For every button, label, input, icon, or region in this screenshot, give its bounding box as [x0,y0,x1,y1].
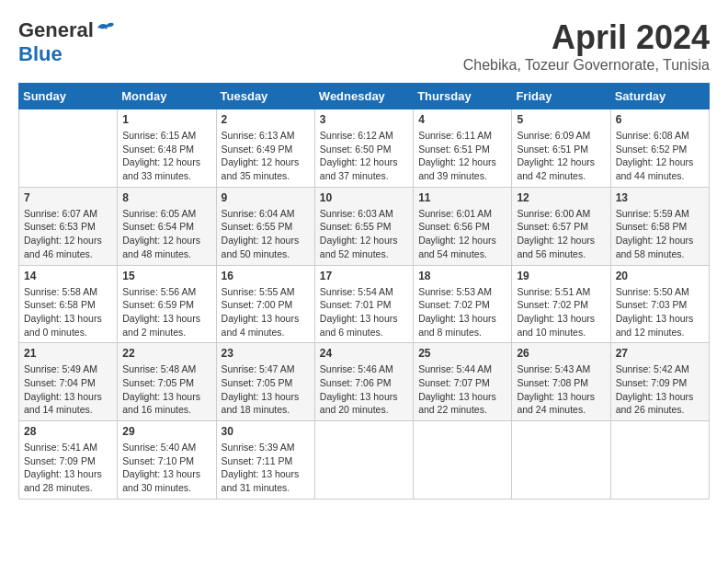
day-info: Sunrise: 6:07 AM Sunset: 6:53 PM Dayligh… [24,207,112,261]
day-number: 30 [222,425,310,438]
day-info: Sunrise: 5:43 AM Sunset: 7:08 PM Dayligh… [517,362,605,417]
calendar-cell: 2Sunrise: 6:13 AM Sunset: 6:49 PM Daylig… [216,109,314,188]
logo-bird-icon [96,20,116,37]
column-header-friday: Friday [512,84,610,109]
day-info: Sunrise: 5:55 AM Sunset: 7:00 PM Dayligh… [222,285,310,339]
calendar-table: SundayMondayTuesdayWednesdayThursdayFrid… [18,83,710,500]
logo-blue-text: Blue [18,42,63,66]
calendar-cell: 26Sunrise: 5:43 AM Sunset: 7:08 PM Dayli… [512,343,610,421]
calendar-cell [512,421,610,500]
day-number: 23 [222,347,310,360]
day-info: Sunrise: 5:56 AM Sunset: 6:59 PM Dayligh… [122,285,210,339]
calendar-week-4: 21Sunrise: 5:49 AM Sunset: 7:04 PM Dayli… [19,343,710,421]
day-number: 5 [517,113,605,126]
calendar-cell: 24Sunrise: 5:46 AM Sunset: 7:06 PM Dayli… [314,343,413,421]
day-info: Sunrise: 5:50 AM Sunset: 7:03 PM Dayligh… [616,285,704,339]
day-number: 19 [517,270,605,282]
day-info: Sunrise: 6:15 AM Sunset: 6:48 PM Dayligh… [122,129,210,183]
day-number: 12 [517,191,605,204]
column-header-wednesday: Wednesday [314,84,413,109]
day-info: Sunrise: 6:04 AM Sunset: 6:55 PM Dayligh… [222,207,310,261]
day-number: 21 [24,347,112,360]
column-header-saturday: Saturday [610,84,709,109]
day-info: Sunrise: 5:54 AM Sunset: 7:01 PM Dayligh… [320,285,408,339]
calendar-cell: 6Sunrise: 6:08 AM Sunset: 6:52 PM Daylig… [610,109,709,188]
calendar-cell: 20Sunrise: 5:50 AM Sunset: 7:03 PM Dayli… [610,265,709,343]
day-number: 16 [222,270,310,282]
day-info: Sunrise: 5:44 AM Sunset: 7:07 PM Dayligh… [418,362,506,417]
day-number: 15 [122,270,210,282]
calendar-cell: 8Sunrise: 6:05 AM Sunset: 6:54 PM Daylig… [118,187,216,265]
day-info: Sunrise: 6:09 AM Sunset: 6:51 PM Dayligh… [517,129,605,183]
day-info: Sunrise: 6:01 AM Sunset: 6:56 PM Dayligh… [418,207,506,261]
calendar-cell: 15Sunrise: 5:56 AM Sunset: 6:59 PM Dayli… [118,265,216,343]
calendar-cell [314,421,413,500]
day-number: 25 [418,347,506,360]
day-info: Sunrise: 5:53 AM Sunset: 7:02 PM Dayligh… [418,285,506,339]
column-header-monday: Monday [118,84,216,109]
day-info: Sunrise: 5:46 AM Sunset: 7:06 PM Dayligh… [320,362,408,417]
day-info: Sunrise: 6:08 AM Sunset: 6:52 PM Dayligh… [616,129,704,183]
day-info: Sunrise: 6:03 AM Sunset: 6:55 PM Dayligh… [320,207,408,261]
column-header-sunday: Sunday [19,84,118,109]
calendar-cell: 12Sunrise: 6:00 AM Sunset: 6:57 PM Dayli… [512,187,610,265]
month-year-title: April 2024 [463,18,710,57]
day-number: 18 [418,270,506,282]
calendar-cell [414,421,512,500]
day-info: Sunrise: 6:13 AM Sunset: 6:49 PM Dayligh… [222,129,310,183]
calendar-cell [610,421,709,500]
calendar-cell: 14Sunrise: 5:58 AM Sunset: 6:58 PM Dayli… [19,265,118,343]
day-number: 10 [320,191,408,204]
calendar-cell [19,109,118,188]
day-info: Sunrise: 5:40 AM Sunset: 7:10 PM Dayligh… [122,441,210,495]
day-info: Sunrise: 5:41 AM Sunset: 7:09 PM Dayligh… [24,441,112,495]
day-number: 14 [24,270,112,282]
day-number: 13 [616,191,704,204]
day-info: Sunrise: 5:58 AM Sunset: 6:58 PM Dayligh… [24,285,112,339]
day-info: Sunrise: 5:59 AM Sunset: 6:58 PM Dayligh… [616,207,704,261]
calendar-cell: 29Sunrise: 5:40 AM Sunset: 7:10 PM Dayli… [118,421,216,500]
location-subtitle: Chebika, Tozeur Governorate, Tunisia [463,57,710,74]
day-number: 22 [122,347,210,360]
day-number: 4 [418,113,506,126]
day-number: 28 [24,425,112,438]
day-number: 29 [122,425,210,438]
day-number: 26 [517,347,605,360]
day-info: Sunrise: 6:05 AM Sunset: 6:54 PM Dayligh… [122,207,210,261]
column-header-thursday: Thursday [414,84,512,109]
day-number: 1 [122,113,210,126]
calendar-week-5: 28Sunrise: 5:41 AM Sunset: 7:09 PM Dayli… [19,421,710,500]
logo-general-text: General [18,18,94,42]
calendar-cell: 7Sunrise: 6:07 AM Sunset: 6:53 PM Daylig… [19,187,118,265]
day-info: Sunrise: 6:11 AM Sunset: 6:51 PM Dayligh… [418,129,506,183]
calendar-cell: 27Sunrise: 5:42 AM Sunset: 7:09 PM Dayli… [610,343,709,421]
calendar-header-row: SundayMondayTuesdayWednesdayThursdayFrid… [19,84,710,109]
header: General Blue April 2024 Chebika, Tozeur … [18,18,710,74]
calendar-cell: 4Sunrise: 6:11 AM Sunset: 6:51 PM Daylig… [414,109,512,188]
calendar-cell: 22Sunrise: 5:48 AM Sunset: 7:05 PM Dayli… [118,343,216,421]
calendar-cell: 18Sunrise: 5:53 AM Sunset: 7:02 PM Dayli… [414,265,512,343]
calendar-cell: 5Sunrise: 6:09 AM Sunset: 6:51 PM Daylig… [512,109,610,188]
calendar-week-3: 14Sunrise: 5:58 AM Sunset: 6:58 PM Dayli… [19,265,710,343]
day-info: Sunrise: 5:49 AM Sunset: 7:04 PM Dayligh… [24,362,112,417]
calendar-cell: 23Sunrise: 5:47 AM Sunset: 7:05 PM Dayli… [216,343,314,421]
day-number: 27 [616,347,704,360]
calendar-cell: 13Sunrise: 5:59 AM Sunset: 6:58 PM Dayli… [610,187,709,265]
calendar-cell: 3Sunrise: 6:12 AM Sunset: 6:50 PM Daylig… [314,109,413,188]
calendar-cell: 21Sunrise: 5:49 AM Sunset: 7:04 PM Dayli… [19,343,118,421]
calendar-cell: 19Sunrise: 5:51 AM Sunset: 7:02 PM Dayli… [512,265,610,343]
calendar-cell: 9Sunrise: 6:04 AM Sunset: 6:55 PM Daylig… [216,187,314,265]
calendar-week-1: 1Sunrise: 6:15 AM Sunset: 6:48 PM Daylig… [19,109,710,188]
logo: General Blue [18,18,116,66]
calendar-cell: 28Sunrise: 5:41 AM Sunset: 7:09 PM Dayli… [19,421,118,500]
day-number: 9 [222,191,310,204]
day-info: Sunrise: 5:47 AM Sunset: 7:05 PM Dayligh… [222,362,310,417]
day-info: Sunrise: 6:00 AM Sunset: 6:57 PM Dayligh… [517,207,605,261]
title-area: April 2024 Chebika, Tozeur Governorate, … [463,18,710,74]
calendar-week-2: 7Sunrise: 6:07 AM Sunset: 6:53 PM Daylig… [19,187,710,265]
day-number: 7 [24,191,112,204]
day-info: Sunrise: 5:48 AM Sunset: 7:05 PM Dayligh… [122,362,210,417]
calendar-cell: 1Sunrise: 6:15 AM Sunset: 6:48 PM Daylig… [118,109,216,188]
calendar-cell: 10Sunrise: 6:03 AM Sunset: 6:55 PM Dayli… [314,187,413,265]
day-info: Sunrise: 5:51 AM Sunset: 7:02 PM Dayligh… [517,285,605,339]
